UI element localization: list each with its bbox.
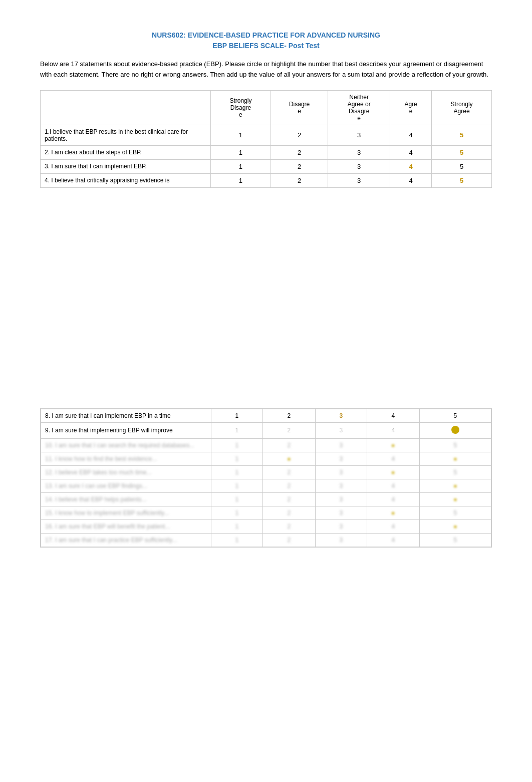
page-title: NURS602: EVIDENCE-BASED PRACTICE FOR ADV… bbox=[40, 30, 492, 51]
question-9: 9. I am sure that implementing EBP will … bbox=[41, 422, 211, 438]
q9-val5 bbox=[419, 422, 491, 438]
q8-val3: 3 bbox=[315, 409, 367, 422]
q2-val2: 2 bbox=[271, 145, 328, 159]
q9-val4: 4 bbox=[367, 422, 419, 438]
q8-val1: 1 bbox=[211, 409, 263, 422]
q1-val4: 4 bbox=[390, 125, 432, 145]
question-1: 1.I believe that EBP results in the best… bbox=[41, 125, 211, 145]
blurred-question-17: 17. I am sure that I can practice EBP su… bbox=[41, 533, 211, 547]
blurred-question-11: 11. I know how to find the best evidence… bbox=[41, 452, 211, 465]
q1-val5: 5 bbox=[432, 125, 492, 145]
q2-val1: 1 bbox=[211, 145, 271, 159]
table-row: 11. I know how to find the best evidence… bbox=[41, 452, 491, 465]
q9-val2: 2 bbox=[262, 422, 315, 438]
blurred-question-10: 10. I am sure that I can search the requ… bbox=[41, 438, 211, 452]
col-strongly-agree-header: StronglyAgree bbox=[436, 101, 487, 115]
intro-text: Below are 17 statements about evidence-b… bbox=[40, 59, 492, 80]
question-3: 3. I am sure that I can implement EBP. bbox=[41, 159, 211, 173]
table-row: 12. I believe EBP takes too much time...… bbox=[41, 465, 491, 479]
q3-val4: 4 bbox=[390, 159, 432, 173]
col-strongly-disagree-header: StronglyDisagree bbox=[215, 97, 267, 118]
table-row: 17. I am sure that I can practice EBP su… bbox=[41, 533, 491, 547]
q2-val3: 3 bbox=[328, 145, 390, 159]
question-2: 2. I am clear about the steps of EBP. bbox=[41, 145, 211, 159]
q9-val1: 1 bbox=[211, 422, 263, 438]
table-row: 3. I am sure that I can implement EBP. 1… bbox=[41, 159, 492, 173]
col-disagree-header: Disagree bbox=[275, 101, 324, 115]
blurred-question-12: 12. I believe EBP takes too much time... bbox=[41, 465, 211, 479]
q3-val1: 1 bbox=[211, 159, 271, 173]
q2-val4: 4 bbox=[390, 145, 432, 159]
table-row: 2. I am clear about the steps of EBP. 1 … bbox=[41, 145, 492, 159]
top-survey-table: StronglyDisagree Disagree NeitherAgree o… bbox=[40, 90, 492, 188]
q8-val5: 5 bbox=[419, 409, 491, 422]
question-4: 4. I believe that critically appraising … bbox=[41, 173, 211, 187]
table-row: 10. I am sure that I can search the requ… bbox=[41, 438, 491, 452]
table-row: 15. I know how to implement EBP sufficie… bbox=[41, 506, 491, 519]
table-row: 16. I am sure that EBP will benefit the … bbox=[41, 519, 491, 533]
q1-val1: 1 bbox=[211, 125, 271, 145]
table-row: 13. I am sure I can use EBP findings... … bbox=[41, 479, 491, 492]
q3-val5: 5 bbox=[432, 159, 492, 173]
q3-val3: 3 bbox=[328, 159, 390, 173]
blurred-question-16: 16. I am sure that EBP will benefit the … bbox=[41, 519, 211, 533]
lower-survey-table: 8. I am sure that I can implement EBP in… bbox=[41, 409, 491, 547]
q4-val4: 4 bbox=[390, 173, 432, 187]
table-row: 9. I am sure that implementing EBP will … bbox=[41, 422, 491, 438]
table-row: 1.I believe that EBP results in the best… bbox=[41, 125, 492, 145]
table-row: 4. I believe that critically appraising … bbox=[41, 173, 492, 187]
q8-val2: 2 bbox=[262, 409, 315, 422]
q4-val1: 1 bbox=[211, 173, 271, 187]
q4-val2: 2 bbox=[271, 173, 328, 187]
q2-val5: 5 bbox=[432, 145, 492, 159]
col-agree-header: Agree bbox=[394, 101, 427, 115]
blurred-question-13: 13. I am sure I can use EBP findings... bbox=[41, 479, 211, 492]
lower-section: 8. I am sure that I can implement EBP in… bbox=[40, 408, 492, 548]
page-gap bbox=[40, 203, 492, 388]
blurred-question-15: 15. I know how to implement EBP sufficie… bbox=[41, 506, 211, 519]
q1-val3: 3 bbox=[328, 125, 390, 145]
table-row: 8. I am sure that I can implement EBP in… bbox=[41, 409, 491, 422]
q8-val4: 4 bbox=[367, 409, 419, 422]
q3-val2: 2 bbox=[271, 159, 328, 173]
q1-val2: 2 bbox=[271, 125, 328, 145]
col-neither-header: NeitherAgree orDisagree bbox=[332, 94, 386, 122]
q9-val3: 3 bbox=[315, 422, 367, 438]
blurred-question-14: 14. I believe that EBP helps patients... bbox=[41, 492, 211, 506]
table-row: 14. I believe that EBP helps patients...… bbox=[41, 492, 491, 506]
q4-val3: 3 bbox=[328, 173, 390, 187]
q4-val5: 5 bbox=[432, 173, 492, 187]
question-8: 8. I am sure that I can implement EBP in… bbox=[41, 409, 211, 422]
